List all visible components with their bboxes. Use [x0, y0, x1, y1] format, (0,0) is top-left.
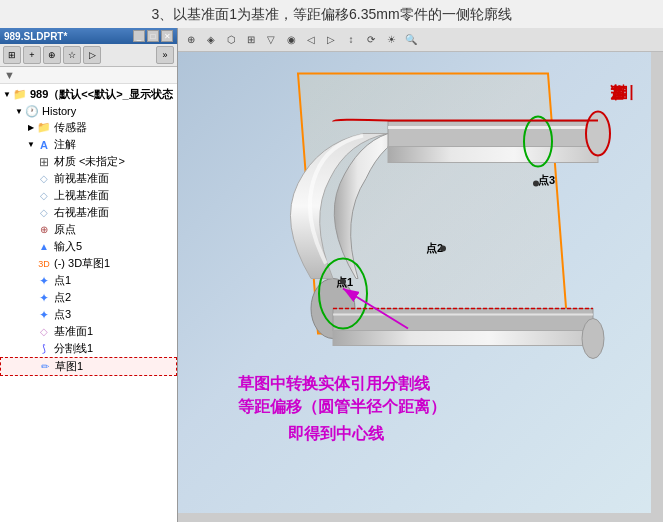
tree-root-label: 989（默认<<默认>_显示状态: [30, 87, 173, 102]
filter-icon: ▼: [4, 69, 15, 81]
toolbar-icon-4[interactable]: ☆: [63, 46, 81, 64]
sensor-expand-arrow: ▶: [26, 123, 36, 133]
point1-icon: ✦: [36, 274, 52, 288]
tree-item-point2[interactable]: ✦ 点2: [0, 289, 177, 306]
svg-rect-2: [388, 147, 598, 163]
annotation-icon: A: [36, 138, 52, 152]
toolbar-icon-1[interactable]: ⊞: [3, 46, 21, 64]
front-plane-label: 前视基准面: [54, 171, 109, 186]
splitline1-label: 分割线1: [54, 341, 93, 356]
sketch1-label: 草图1: [55, 359, 83, 374]
vp-canvas: 点1 点2 点3 草图中转换实体引用分割线 等距偏移（圆管半径个距离） 即得到中…: [178, 52, 663, 522]
vp-scrollbar-horizontal[interactable]: [178, 513, 651, 522]
right-plane-icon: ◇: [36, 206, 52, 220]
tree-item-front-plane[interactable]: ◇ 前视基准面: [0, 170, 177, 187]
svg-rect-6: [333, 331, 593, 346]
splitline1-icon: ⟆: [36, 342, 52, 356]
tree-item-sensor[interactable]: ▶ 📁 传感器: [0, 119, 177, 136]
root-expand-arrow: ▼: [2, 90, 12, 100]
instruction-text: 3、以基准面1为基准，等距偏移6.35mm零件的一侧轮廓线: [0, 0, 663, 28]
vp-icon-7[interactable]: ◁: [302, 31, 320, 49]
sensor-label: 传感器: [54, 120, 87, 135]
vp-icon-9[interactable]: ↕: [342, 31, 360, 49]
svg-point-4: [586, 112, 610, 156]
tree-item-datum1[interactable]: ◇ 基准面1: [0, 323, 177, 340]
tree-item-import5[interactable]: ▲ 输入5: [0, 238, 177, 255]
vp-icon-4[interactable]: ⊞: [242, 31, 260, 49]
annotation-expand-arrow: ▼: [26, 140, 36, 150]
vp-icon-1[interactable]: ⊕: [182, 31, 200, 49]
maximize-button[interactable]: □: [147, 30, 159, 42]
right-plane-label: 右视基准面: [54, 205, 109, 220]
vp-icon-3[interactable]: ⬡: [222, 31, 240, 49]
import5-label: 输入5: [54, 239, 82, 254]
history-label: History: [42, 105, 76, 117]
toolbar-icon-3[interactable]: ⊕: [43, 46, 61, 64]
front-plane-icon: ◇: [36, 172, 52, 186]
vp-icon-8[interactable]: ▷: [322, 31, 340, 49]
vp-toolbar: ⊕ ◈ ⬡ ⊞ ▽ ◉ ◁ ▷ ↕ ⟳ ☀ 🔍: [178, 28, 663, 52]
material-icon: ⊞: [36, 155, 52, 169]
annotation-label: 注解: [54, 137, 76, 152]
vp-scrollbar-vertical[interactable]: [651, 52, 663, 522]
tree-root[interactable]: ▼ 📁 989（默认<<默认>_显示状态: [0, 86, 177, 103]
top-plane-icon: ◇: [36, 189, 52, 203]
top-plane-label: 上视基准面: [54, 188, 109, 203]
history-expand-arrow: ▼: [14, 106, 24, 116]
side-text-svg: 一回典轴: [610, 84, 633, 102]
svg-point-13: [340, 279, 346, 285]
vp-icon-10[interactable]: ⟳: [362, 31, 380, 49]
toolbar-icon-2[interactable]: +: [23, 46, 41, 64]
toolbar-icon-5[interactable]: ▷: [83, 46, 101, 64]
sensor-icon: 📁: [36, 121, 52, 135]
point1-label: 点1: [54, 273, 71, 288]
3dsketch1-label: (-) 3D草图1: [54, 256, 110, 271]
scene-svg: 点1 点2 点3 草图中转换实体引用分割线 等距偏移（圆管半径个距离） 即得到中…: [178, 52, 663, 522]
datum1-icon: ◇: [36, 325, 52, 339]
origin-label: 原点: [54, 222, 76, 237]
point3-label: 点3: [54, 307, 71, 322]
sw-titlebar-text: 989.SLDPRT*: [4, 31, 67, 42]
tree-history[interactable]: ▼ 🕐 History: [0, 103, 177, 119]
toolbar-expand-button[interactable]: »: [156, 46, 174, 64]
sketch1-icon: ✏: [37, 360, 53, 374]
tree-item-point1[interactable]: ✦ 点1: [0, 272, 177, 289]
svg-point-14: [440, 246, 446, 252]
tree-item-3dsketch1[interactable]: 3D (-) 3D草图1: [0, 255, 177, 272]
tree-item-point3[interactable]: ✦ 点3: [0, 306, 177, 323]
tree-item-origin[interactable]: ⊕ 原点: [0, 221, 177, 238]
right-viewport[interactable]: ⊕ ◈ ⬡ ⊞ ▽ ◉ ◁ ▷ ↕ ⟳ ☀ 🔍: [178, 28, 663, 522]
tree-item-right-plane[interactable]: ◇ 右视基准面: [0, 204, 177, 221]
ba-text-2: 等距偏移（圆管半径个距离）: [238, 397, 446, 415]
point2-label: 点2: [54, 290, 71, 305]
pt3-label-svg: 点3: [538, 174, 555, 186]
left-panel: 989.SLDPRT* _ □ ✕ ⊞ + ⊕ ☆ ▷ » ▼ ▼ �: [0, 28, 178, 522]
tree-item-top-plane[interactable]: ◇ 上视基准面: [0, 187, 177, 204]
tree-item-splitline1[interactable]: ⟆ 分割线1: [0, 340, 177, 357]
vp-icon-2[interactable]: ◈: [202, 31, 220, 49]
svg-rect-1: [388, 122, 598, 147]
point2-icon: ✦: [36, 291, 52, 305]
vp-icon-11[interactable]: ☀: [382, 31, 400, 49]
vp-icon-12[interactable]: 🔍: [402, 31, 420, 49]
tree-item-material[interactable]: ⊞ 材质 <未指定>: [0, 153, 177, 170]
tree-item-annotation[interactable]: ▼ A 注解: [0, 136, 177, 153]
main-layout: 989.SLDPRT* _ □ ✕ ⊞ + ⊕ ☆ ▷ » ▼ ▼ �: [0, 28, 663, 522]
feature-tree[interactable]: ▼ 📁 989（默认<<默认>_显示状态 ▼ 🕐 History ▶ 📁 传感器: [0, 84, 177, 522]
sw-window-controls: _ □ ✕: [133, 30, 173, 42]
vp-icon-6[interactable]: ◉: [282, 31, 300, 49]
history-icon: 🕐: [24, 104, 40, 118]
vp-icon-5[interactable]: ▽: [262, 31, 280, 49]
root-icon: 📁: [12, 88, 28, 102]
svg-point-8: [582, 319, 604, 359]
origin-icon: ⊕: [36, 223, 52, 237]
ba-text-3: 即得到中心线: [288, 424, 385, 442]
minimize-button[interactable]: _: [133, 30, 145, 42]
point3-icon: ✦: [36, 308, 52, 322]
import5-icon: ▲: [36, 240, 52, 254]
sw-toolbar: ⊞ + ⊕ ☆ ▷ »: [0, 44, 177, 67]
ba-text-1: 草图中转换实体引用分割线: [238, 374, 431, 392]
tree-item-sketch1[interactable]: ✏ 草图1: [0, 357, 177, 376]
filter-row: ▼: [0, 67, 177, 84]
close-button[interactable]: ✕: [161, 30, 173, 42]
